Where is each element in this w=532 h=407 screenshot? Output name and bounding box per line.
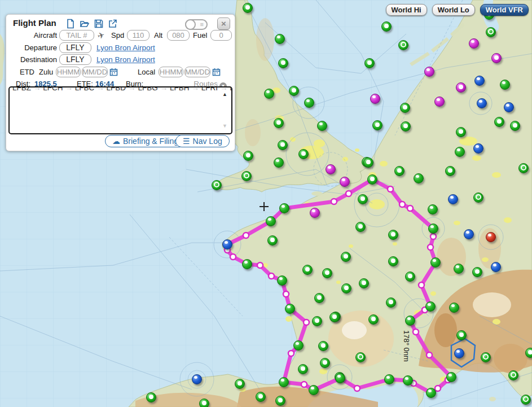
airport-marker[interactable] — [341, 252, 351, 262]
airport-marker[interactable] — [401, 121, 411, 132]
airport-marker[interactable] — [279, 203, 289, 213]
route-waypoint[interactable] — [346, 191, 351, 196]
scroll-down-icon[interactable]: ▼ — [222, 121, 227, 132]
route-waypoint[interactable] — [331, 199, 337, 204]
airport-marker[interactable] — [424, 67, 434, 77]
airport-marker[interactable] — [405, 272, 415, 282]
airport-marker[interactable] — [320, 358, 330, 368]
route-waypoint[interactable] — [435, 386, 441, 391]
airport-marker[interactable] — [318, 341, 328, 351]
airport-marker[interactable] — [285, 304, 295, 314]
airport-marker[interactable] — [405, 316, 415, 326]
airport-marker[interactable] — [359, 278, 369, 288]
airport-marker[interactable] — [329, 312, 340, 322]
zulu-calendar-icon[interactable] — [109, 68, 118, 76]
route-waypoint[interactable] — [269, 273, 274, 279]
airport-marker[interactable] — [298, 364, 308, 374]
airport-marker[interactable] — [504, 102, 514, 112]
airport-marker[interactable] — [477, 98, 487, 108]
new-flight-plan-icon[interactable] — [65, 19, 76, 29]
route-waypoint[interactable] — [407, 205, 413, 211]
route-waypoint[interactable] — [301, 382, 307, 387]
airport-marker[interactable] — [456, 330, 467, 340]
airport-marker[interactable] — [481, 352, 491, 362]
route-waypoint[interactable] — [430, 234, 436, 239]
airport-marker[interactable] — [469, 38, 479, 49]
airport-marker[interactable] — [414, 173, 424, 183]
airport-marker[interactable] — [363, 157, 373, 168]
airport-marker[interactable] — [264, 89, 274, 99]
airport-marker[interactable] — [455, 147, 465, 157]
airport-marker[interactable] — [403, 375, 413, 386]
airport-marker[interactable] — [212, 180, 222, 190]
panel-mode-toggle[interactable]: ≡ — [185, 19, 208, 30]
local-time-input[interactable]: HHMM — [159, 67, 183, 77]
airport-marker[interactable] — [394, 166, 405, 176]
airport-marker[interactable] — [310, 208, 320, 218]
route-waypoint[interactable] — [427, 352, 432, 358]
airport-marker[interactable] — [312, 316, 322, 326]
local-date-input[interactable]: MM/DD — [184, 67, 210, 77]
airport-marker[interactable] — [222, 239, 232, 250]
route-waypoint[interactable] — [283, 291, 289, 297]
airport-marker[interactable] — [494, 117, 504, 127]
airport-marker[interactable] — [473, 143, 483, 154]
airport-marker[interactable] — [426, 388, 436, 398]
airport-marker[interactable] — [256, 392, 266, 402]
airport-marker[interactable] — [464, 229, 474, 239]
alt-input[interactable]: 080 — [167, 30, 190, 41]
airport-marker[interactable] — [364, 58, 375, 68]
airport-marker[interactable] — [525, 348, 532, 358]
airport-marker[interactable] — [341, 283, 351, 294]
airport-marker[interactable] — [146, 392, 156, 402]
airport-marker[interactable] — [472, 267, 482, 277]
airport-marker[interactable] — [355, 352, 366, 362]
airport-marker[interactable] — [304, 98, 314, 108]
airport-marker[interactable] — [317, 121, 327, 131]
spd-input[interactable]: 110 — [127, 30, 150, 41]
airport-marker[interactable] — [486, 27, 496, 37]
airport-marker[interactable] — [358, 194, 368, 204]
airport-marker[interactable] — [445, 166, 455, 176]
airport-marker[interactable] — [381, 21, 392, 32]
close-panel-button[interactable]: × — [217, 17, 230, 30]
airport-marker[interactable] — [400, 103, 410, 113]
route-waypoint[interactable] — [428, 244, 433, 250]
airport-marker[interactable] — [199, 399, 209, 407]
airport-marker[interactable] — [278, 58, 288, 68]
airport-marker[interactable] — [275, 396, 285, 406]
aircraft-tail-input[interactable]: TAIL # — [59, 30, 94, 41]
departure-input[interactable]: LFLY — [59, 42, 91, 53]
departure-airport-link[interactable]: Lyon Bron Airport — [96, 42, 155, 54]
route-waypoint[interactable] — [354, 386, 360, 391]
airport-marker[interactable] — [508, 370, 518, 380]
airport-marker[interactable] — [367, 174, 377, 185]
airport-marker[interactable] — [340, 177, 350, 187]
airport-marker[interactable] — [456, 82, 466, 93]
route-waypoint[interactable] — [230, 254, 236, 260]
airport-marker[interactable] — [278, 140, 288, 150]
airport-marker[interactable] — [474, 76, 485, 86]
airport-marker[interactable] — [243, 151, 253, 161]
airport-marker[interactable] — [326, 164, 336, 174]
local-calendar-icon[interactable] — [212, 68, 221, 76]
airport-marker[interactable] — [289, 86, 299, 96]
airport-marker[interactable] — [386, 297, 396, 308]
airport-marker[interactable] — [384, 374, 394, 384]
airport-marker[interactable] — [473, 192, 483, 203]
airport-marker[interactable] — [456, 127, 466, 137]
nav-log-button[interactable]: ☰Nav Log — [175, 135, 230, 147]
airport-marker[interactable] — [355, 222, 366, 232]
airport-marker[interactable] — [446, 372, 456, 382]
airport-marker[interactable] — [491, 262, 501, 272]
route-waypoint[interactable] — [413, 329, 419, 335]
briefing-filing-button[interactable]: ☁Briefing & Filing — [105, 135, 186, 147]
route-waypoint[interactable] — [304, 320, 309, 325]
route-waypoint[interactable] — [257, 262, 263, 268]
airport-marker[interactable] — [434, 97, 445, 107]
share-flight-plan-icon[interactable] — [108, 19, 118, 29]
open-flight-plan-icon[interactable] — [80, 19, 90, 29]
airport-marker[interactable] — [242, 259, 252, 269]
airport-marker[interactable] — [275, 34, 285, 44]
airport-marker[interactable] — [293, 340, 304, 351]
